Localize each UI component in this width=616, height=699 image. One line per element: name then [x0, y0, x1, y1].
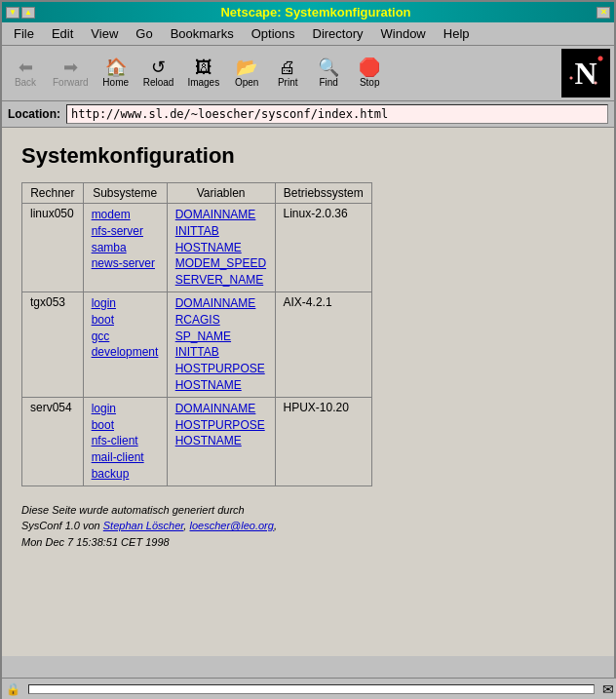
- security-icon: 🔒: [6, 682, 20, 696]
- cell-subsysteme: loginbootnfs-clientmail-clientbackup: [83, 397, 167, 485]
- variable-link[interactable]: SERVER_NAME: [175, 272, 267, 289]
- back-button[interactable]: ⬅ Back: [6, 57, 45, 90]
- images-icon: 🖼: [195, 58, 212, 76]
- title-restore-btn[interactable]: ▲: [21, 7, 35, 19]
- col-rechner: Rechner: [22, 183, 84, 204]
- images-button[interactable]: 🖼 Images: [181, 57, 225, 90]
- menu-bookmarks[interactable]: Bookmarks: [163, 24, 242, 43]
- col-variablen: Variablen: [167, 183, 275, 204]
- find-icon: 🔍: [318, 58, 339, 76]
- menu-directory[interactable]: Directory: [305, 24, 371, 43]
- home-button[interactable]: 🏠 Home: [96, 57, 135, 90]
- footer-line1: Diese Seite wurde automatisch generiert …: [21, 504, 245, 516]
- menu-bar: File Edit View Go Bookmarks Options Dire…: [2, 22, 614, 46]
- variable-link[interactable]: DOMAINNAME: [175, 295, 267, 312]
- open-icon: 📂: [236, 58, 257, 76]
- menu-go[interactable]: Go: [128, 24, 160, 43]
- config-table: Rechner Subsysteme Variablen Betriebssys…: [21, 182, 372, 486]
- open-button[interactable]: 📂 Open: [227, 57, 266, 90]
- cell-betriebssystem: AIX-4.2.1: [275, 291, 371, 397]
- variable-link[interactable]: HOSTPURPOSE: [175, 417, 267, 434]
- variable-link[interactable]: INITTAB: [175, 344, 267, 361]
- variable-link[interactable]: RCAGIS: [175, 312, 267, 329]
- cell-variablen: DOMAINNAMEHOSTPURPOSEHOSTNAME: [167, 397, 275, 485]
- page-title: Systemkonfiguration: [21, 143, 595, 169]
- location-bar: Location:: [2, 101, 614, 128]
- menu-file[interactable]: File: [6, 24, 42, 43]
- stop-icon: 🛑: [359, 58, 380, 76]
- cell-variablen: DOMAINNAMERCAGISSP_NAMEINITTABHOSTPURPOS…: [167, 291, 275, 397]
- forward-button[interactable]: ➡ Forward: [47, 57, 95, 90]
- netscape-n: N: [574, 56, 597, 92]
- footer-email: loescher@leo.org: [189, 520, 273, 531]
- subsystem-link[interactable]: samba: [92, 240, 159, 256]
- subsystem-link[interactable]: development: [92, 344, 159, 361]
- window-title: Netscape: Systemkonfiguration: [39, 5, 593, 19]
- print-button[interactable]: 🖨 Print: [268, 57, 307, 90]
- toolbar: ⬅ Back ➡ Forward 🏠 Home ↺ Reload 🖼 Image…: [2, 46, 614, 101]
- cell-rechner: serv054: [22, 397, 84, 485]
- cell-subsysteme: modemnfs-serversambanews-server: [83, 204, 167, 292]
- cell-variablen: DOMAINNAMEINITTABHOSTNAMEMODEM_SPEEDSERV…: [167, 204, 275, 292]
- title-minimize-btn[interactable]: ▼: [6, 7, 19, 19]
- forward-icon: ➡: [63, 58, 78, 76]
- subsystem-link[interactable]: gcc: [92, 329, 159, 345]
- title-bar: ▼ ▲ Netscape: Systemkonfiguration ✕: [2, 2, 614, 22]
- variable-link[interactable]: DOMAINNAME: [175, 207, 267, 223]
- location-label: Location:: [8, 107, 60, 121]
- footer-email-link[interactable]: loescher@leo.org: [189, 520, 273, 531]
- variable-link[interactable]: DOMAINNAME: [175, 401, 267, 417]
- open-label: Open: [235, 77, 258, 88]
- subsystem-link[interactable]: mail-client: [92, 449, 159, 466]
- title-bar-left-icons[interactable]: ▼ ▲: [2, 7, 39, 19]
- status-bar: 🔒 ✉: [2, 678, 616, 699]
- footer-line2: SysConf 1.0 von: [21, 520, 100, 531]
- title-bar-right-icons[interactable]: ✕: [593, 7, 614, 19]
- subsystem-link[interactable]: news-server: [92, 255, 159, 272]
- variable-link[interactable]: HOSTNAME: [175, 433, 267, 449]
- menu-options[interactable]: Options: [244, 24, 303, 43]
- variable-link[interactable]: HOSTNAME: [175, 377, 267, 394]
- footer-author-link[interactable]: Stephan Löscher: [103, 520, 184, 531]
- find-button[interactable]: 🔍 Find: [309, 57, 348, 90]
- subsystem-link[interactable]: modem: [92, 207, 159, 223]
- footer-author-name: Stephan Löscher: [103, 520, 184, 531]
- footer-date: Mon Dec 7 15:38:51 CET 1998: [21, 536, 170, 548]
- progress-bar: [28, 684, 595, 694]
- subsystem-link[interactable]: nfs-client: [92, 433, 159, 449]
- cell-rechner: linux050: [22, 204, 84, 292]
- variable-link[interactable]: HOSTNAME: [175, 240, 267, 256]
- subsystem-link[interactable]: login: [92, 401, 159, 417]
- table-row: serv054loginbootnfs-clientmail-clientbac…: [22, 397, 372, 485]
- back-icon: ⬅: [19, 58, 33, 76]
- stop-label: Stop: [360, 77, 380, 88]
- menu-window[interactable]: Window: [373, 24, 434, 43]
- reload-button[interactable]: ↺ Reload: [137, 57, 180, 90]
- variable-link[interactable]: SP_NAME: [175, 329, 267, 345]
- col-betriebssystem: Betriebssystem: [275, 183, 371, 204]
- subsystem-link[interactable]: boot: [92, 312, 159, 329]
- subsystem-link[interactable]: nfs-server: [92, 223, 159, 240]
- content-area: Systemkonfiguration Rechner Subsysteme V…: [2, 128, 614, 656]
- menu-view[interactable]: View: [83, 24, 126, 43]
- menu-edit[interactable]: Edit: [44, 24, 81, 43]
- menu-help[interactable]: Help: [436, 24, 478, 43]
- cell-subsysteme: loginbootgccdevelopment: [83, 291, 167, 397]
- location-input[interactable]: [66, 104, 608, 124]
- title-close-btn[interactable]: ✕: [597, 7, 610, 19]
- footer-text: Diese Seite wurde automatisch generiert …: [21, 502, 595, 551]
- back-label: Back: [15, 77, 36, 88]
- subsystem-link[interactable]: login: [92, 295, 159, 312]
- variable-link[interactable]: INITTAB: [175, 223, 267, 240]
- cell-rechner: tgx053: [22, 291, 84, 397]
- subsystem-link[interactable]: backup: [92, 466, 159, 483]
- variable-link[interactable]: HOSTPURPOSE: [175, 361, 267, 377]
- col-subsysteme: Subsysteme: [83, 183, 167, 204]
- table-row: linux050modemnfs-serversambanews-serverD…: [22, 204, 372, 292]
- netscape-logo: N: [561, 49, 610, 97]
- reload-label: Reload: [143, 77, 174, 88]
- subsystem-link[interactable]: boot: [92, 417, 159, 434]
- stop-button[interactable]: 🛑 Stop: [350, 57, 389, 90]
- variable-link[interactable]: MODEM_SPEED: [175, 255, 267, 272]
- mail-icon: ✉: [602, 681, 614, 697]
